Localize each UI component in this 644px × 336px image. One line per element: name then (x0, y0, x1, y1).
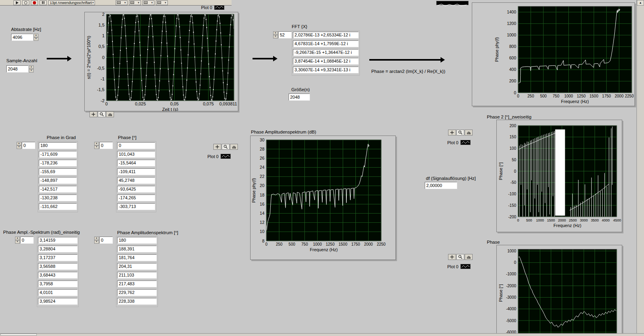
array-element[interactable]: 3,98524 (38, 298, 78, 305)
array-element[interactable]: -130,238 (39, 195, 77, 201)
array-element[interactable]: -9,26673E-15 +1,36447E-12 i (293, 49, 359, 56)
index-value[interactable]: 0 (20, 237, 34, 244)
phase-deg-index-control[interactable]: ▲▼ 0 (94, 142, 113, 149)
index-spinner[interactable]: ▲▼ (94, 237, 99, 244)
decrement-button[interactable]: ▼ (273, 35, 278, 38)
decrement-button[interactable]: ▼ (17, 145, 21, 149)
array-element[interactable]: 45,2748 (117, 177, 155, 184)
phase2-graph-legend[interactable]: Plot 0 (447, 140, 471, 145)
array-element[interactable]: 188,391 (117, 246, 157, 252)
array-element[interactable]: -15,5464 (117, 160, 155, 166)
array-element[interactable]: 180 (39, 142, 77, 149)
array-element[interactable]: 211,103 (117, 272, 157, 279)
array-element[interactable]: 3,28804 (38, 246, 78, 252)
increment-button[interactable]: ▲ (29, 65, 34, 69)
index-spinner[interactable]: ▲▼ (15, 237, 20, 244)
array-element[interactable]: -148,897 (39, 177, 77, 184)
pan-tool-button[interactable] (465, 130, 473, 136)
sample-anzahl-input[interactable]: 2048 ▲▼ (6, 65, 34, 73)
array-element[interactable]: -109,411 (117, 168, 155, 175)
abtastrate-spinner[interactable]: ▲▼ (34, 34, 38, 41)
cursor-tool-button[interactable] (89, 111, 97, 117)
phase-amp-deg-index-control[interactable]: ▲▼ 0 (94, 237, 113, 244)
run-continuous-button[interactable] (22, 0, 29, 5)
array-element[interactable]: 0 (117, 142, 155, 149)
index-spinner[interactable]: ▲▼ (17, 142, 21, 149)
zoom-tool-button[interactable] (98, 111, 106, 117)
increment-button[interactable]: ▲ (15, 237, 20, 240)
array-element[interactable]: 4,67831E-14 +1,7959E-12 i (293, 40, 359, 47)
align-objects-dropdown[interactable]: ▼ (116, 0, 127, 5)
decrement-button[interactable]: ▼ (94, 145, 99, 149)
array-element[interactable]: -155,69 (39, 168, 77, 175)
phase-top-graph-legend[interactable] (436, 1, 469, 5)
phase-rad-index-control[interactable]: ▲▼ 0 (15, 237, 34, 244)
array-element[interactable]: 3,17237 (38, 254, 78, 261)
signal-waveform-graph[interactable]: 00,0250,050,0750,093811-2-1,5-1-0,500,51… (84, 12, 238, 111)
array-element[interactable]: -174,265 (117, 195, 155, 201)
plot-line-sample[interactable] (220, 154, 231, 159)
array-element[interactable]: 3,30607E-14 +9,32341E-13 i (293, 67, 359, 73)
array-element[interactable]: 229,762 (117, 289, 157, 296)
phase-graph-bottom[interactable]: 10000-1000-2000-3000-4000-5000-6000Phase… (496, 245, 622, 336)
pause-button[interactable] (40, 0, 47, 5)
pan-tool-button[interactable] (106, 111, 114, 117)
array-element[interactable]: -303,713 (117, 203, 155, 210)
horizontal-scrollbar-thumb[interactable] (0, 334, 37, 336)
array-element[interactable]: -171,609 (39, 151, 77, 158)
run-button[interactable] (13, 0, 21, 5)
array-element[interactable]: 2,02786E-13 +2,65334E-12 i (293, 32, 359, 38)
abort-button[interactable] (31, 0, 38, 5)
decrement-button[interactable]: ▼ (34, 37, 38, 41)
distribute-objects-dropdown[interactable]: ▼ (129, 0, 141, 5)
resize-objects-dropdown[interactable]: ▼ (142, 0, 154, 5)
groesse-indicator[interactable]: 2048 (289, 94, 310, 101)
plot-line-sample[interactable] (460, 140, 471, 145)
decrement-button[interactable]: ▼ (94, 240, 99, 244)
array-element[interactable]: 228,338 (117, 298, 157, 305)
index-value[interactable]: 0 (99, 142, 113, 149)
increment-button[interactable]: ▲ (94, 142, 99, 145)
zoom-tool-button[interactable] (456, 130, 464, 136)
array-element[interactable]: -178,236 (39, 160, 77, 166)
array-element[interactable]: 101,043 (117, 151, 155, 158)
sample-anzahl-spinner[interactable]: ▲▼ (29, 65, 34, 73)
scroll-up-button[interactable]: ▲ (637, 0, 644, 6)
decrement-button[interactable]: ▼ (15, 240, 20, 244)
abtastrate-value[interactable]: 4096 (11, 34, 33, 41)
array-element[interactable]: 217,483 (117, 281, 157, 287)
reorder-objects-dropdown[interactable]: ▼ (156, 0, 168, 5)
abtastrate-input[interactable]: 4096 ▲▼ (11, 34, 38, 41)
vertical-scrollbar[interactable] (636, 0, 644, 336)
df-indicator[interactable]: 2,00000 (425, 182, 457, 189)
pan-tool-button[interactable] (230, 144, 238, 150)
fft-index-control[interactable]: ▲▼ 52 (273, 31, 292, 38)
pan-tool-button[interactable] (465, 254, 473, 260)
horizontal-scrollbar[interactable] (0, 333, 644, 336)
array-element[interactable]: 4,0101 (38, 289, 78, 296)
phase-bottom-graph-legend[interactable]: Plot 0 (447, 264, 471, 269)
plot-line-sample[interactable] (460, 264, 471, 269)
increment-button[interactable]: ▲ (34, 34, 38, 37)
cursor-tool-button[interactable] (448, 254, 456, 260)
fft-index-spinner[interactable]: ▲▼ (273, 31, 278, 38)
amp-spectrum-graph-legend[interactable]: Plot 0 (207, 154, 231, 159)
cursor-tool-button[interactable] (213, 144, 221, 150)
phase-in-grad-index-control[interactable]: ▲▼ 0 (17, 142, 35, 149)
array-element[interactable]: 204,31 (117, 263, 157, 270)
phase-frequency-graph-top[interactable]: 0250500750100012501500175020002250020040… (472, 2, 635, 106)
increment-button[interactable]: ▲ (273, 31, 278, 35)
fft-index-value[interactable]: 52 (278, 31, 292, 38)
phase2-zweiseitig-graph[interactable]: 050010001500200025003000350040004500-200… (496, 120, 622, 232)
phase-amplitude-spectrum-db-graph[interactable]: 0250500750100012501500175020002250810121… (250, 136, 396, 260)
array-element[interactable]: 3,14159 (38, 237, 78, 244)
array-element[interactable]: 181,764 (117, 254, 157, 261)
decrement-button[interactable]: ▼ (29, 69, 34, 73)
zoom-tool-button[interactable] (222, 144, 230, 150)
array-element[interactable]: 180 (117, 237, 157, 244)
array-element[interactable]: -93,6425 (117, 186, 155, 193)
increment-button[interactable]: ▲ (17, 142, 21, 145)
array-element[interactable]: 3,68443 (38, 272, 78, 279)
array-element[interactable]: -142,517 (39, 186, 77, 193)
font-selector-dropdown[interactable]: 13pt Anwendungsschriftart ▼ (48, 0, 95, 5)
